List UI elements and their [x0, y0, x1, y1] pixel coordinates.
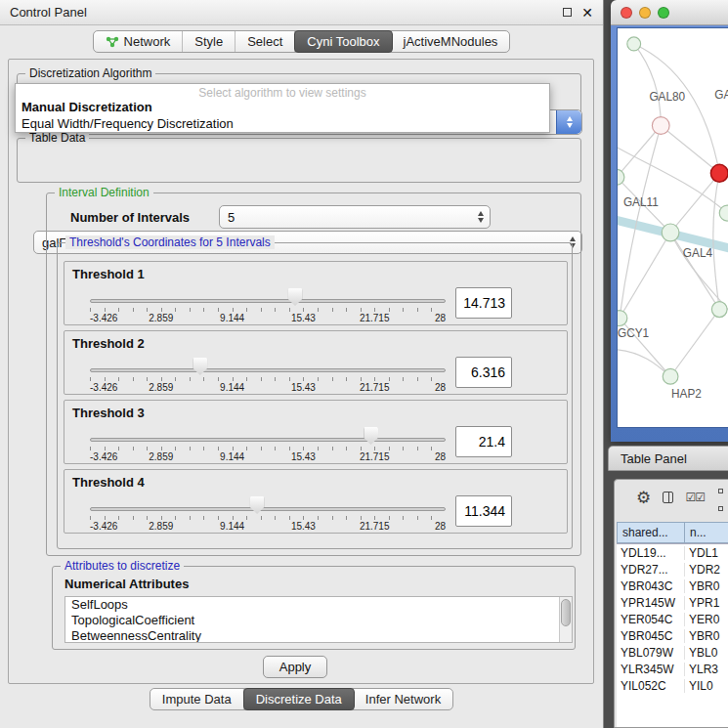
threshold-2-value-input[interactable] [455, 357, 512, 388]
unselect-checkbox-icon[interactable] [718, 489, 723, 493]
tab-style[interactable]: Style [183, 31, 236, 52]
list-item-topologicalcoefficient[interactable]: TopologicalCoefficient [65, 613, 572, 628]
combobox-stepper-icon[interactable] [556, 110, 581, 134]
gear-icon[interactable]: ⚙ [636, 490, 651, 506]
number-of-intervals-combobox[interactable]: 5 [219, 205, 491, 229]
threshold-2-slider[interactable]: -3.426 2.859 9.144 15.43 21.715 28 [90, 353, 446, 394]
table-panel-window: ⚙ ☑☑ shared... n... YDL19...YDL1 YDR27..… [614, 479, 728, 728]
combobox-stepper-icon[interactable] [472, 206, 490, 228]
table-cell: YDL19... [617, 546, 685, 560]
tick-label: 15.43 [291, 313, 316, 323]
tick-label: 9.144 [220, 313, 244, 323]
list-item-selfloops[interactable]: SelfLoops [65, 597, 572, 613]
dropdown-option-equal-width-frequency[interactable]: Equal Width/Frequency Discretization [16, 115, 549, 132]
table-cell: YBR043C [617, 579, 685, 593]
columns-icon[interactable] [663, 492, 673, 503]
network-node-label: GCY1 [618, 326, 650, 340]
tick-label: 9.144 [220, 521, 244, 532]
unselect-checkbox-icon[interactable] [718, 506, 723, 511]
table-toolbar: ⚙ ☑☑ [615, 480, 728, 515]
tab-jactivemnodules[interactable]: jActiveMNodules [392, 31, 510, 52]
slider-tick-labels: -3.426 2.859 9.144 15.43 21.715 28 [90, 521, 446, 533]
tick-label: 15.43 [291, 521, 316, 532]
table-panel-header: Table Panel [608, 446, 728, 471]
algorithm-dropdown-popup: Select algorithm to view settings Manual… [15, 83, 550, 133]
table-row[interactable]: YBL079WYBL0 [617, 644, 728, 661]
table-row[interactable]: YLR345WYLR3 [617, 661, 728, 677]
slider-tick-labels: -3.426 2.859 9.144 15.43 21.715 28 [90, 313, 446, 324]
table-row[interactable]: YBR045CYBR0 [617, 627, 728, 644]
tick-label: 2.859 [149, 451, 173, 462]
tick-label: 9.144 [220, 451, 244, 462]
slider-thumb-icon[interactable] [288, 288, 303, 306]
close-window-icon[interactable]: ✕ [581, 6, 593, 20]
threshold-4-slider[interactable]: -3.426 2.859 9.144 15.43 21.715 28 [90, 492, 446, 533]
list-scrollbar[interactable] [559, 597, 572, 642]
network-node[interactable] [711, 302, 727, 318]
select-all-checkbox-icon[interactable]: ☑☑ [685, 491, 705, 504]
table-cell: YBR0 [685, 629, 728, 643]
attributes-to-discretize-group: Attributes to discretize Numerical Attri… [52, 566, 576, 650]
tab-infer-network[interactable]: Infer Network [354, 689, 452, 709]
column-header-name[interactable]: n... [685, 522, 728, 543]
minimize-traffic-light[interactable] [639, 7, 651, 19]
scrollbar-thumb[interactable] [561, 599, 571, 626]
slider-thumb-icon[interactable] [250, 496, 265, 514]
slider-track[interactable] [90, 299, 446, 303]
network-canvas[interactable]: GAL80GAGAL11GAL4GCY1HAP2 [617, 27, 728, 428]
network-node[interactable] [710, 164, 728, 182]
threshold-1-value-input[interactable] [455, 287, 512, 319]
network-node[interactable] [662, 224, 679, 241]
numerical-attributes-label: Numerical Attributes [64, 577, 189, 591]
network-node[interactable] [627, 37, 641, 51]
network-node[interactable] [618, 169, 624, 185]
arrow-down-icon [567, 123, 573, 128]
table-cell: YPR145W [617, 596, 685, 610]
threshold-3-slider[interactable]: -3.426 2.859 9.144 15.43 21.715 28 [90, 422, 446, 463]
slider-thumb-icon[interactable] [193, 358, 207, 375]
cyni-toolbox-panel: Discretization Algorithm Select algorith… [8, 59, 594, 684]
float-window-icon[interactable] [563, 8, 572, 17]
network-node[interactable] [663, 368, 678, 384]
table-row[interactable]: YPR145WYPR1 [617, 594, 728, 611]
slider-thumb-icon[interactable] [364, 427, 378, 445]
slider-track[interactable] [90, 438, 446, 442]
close-traffic-light[interactable] [621, 7, 632, 19]
group-title: Discretization Algorithm [25, 66, 155, 80]
tick-label: 28 [435, 521, 446, 532]
network-node[interactable] [652, 117, 669, 135]
slider-ticks [90, 377, 446, 381]
slider-ticks [90, 447, 446, 450]
table-row[interactable]: YER054CYER0 [617, 611, 728, 627]
tab-network[interactable]: Network [94, 31, 184, 52]
threshold-1-slider[interactable]: -3.426 2.859 9.144 15.43 21.715 28 [90, 283, 446, 324]
table-row[interactable]: YDR27...YDR2 [617, 561, 728, 578]
table-row[interactable]: YIL052CYIL0 [617, 677, 728, 694]
zoom-traffic-light[interactable] [658, 7, 669, 19]
threshold-label: Threshold 3 [72, 406, 145, 420]
apply-button[interactable]: Apply [263, 656, 327, 678]
column-header-shared[interactable]: shared... [617, 522, 685, 543]
tab-impute-data[interactable]: Impute Data [150, 689, 244, 709]
tick-label: 2.859 [149, 521, 173, 532]
network-node[interactable] [618, 311, 627, 326]
tick-label: 28 [435, 451, 446, 462]
slider-track[interactable] [90, 507, 446, 511]
dropdown-option-manual-discretization[interactable]: Manual Discretization [16, 99, 549, 115]
slider-track[interactable] [90, 368, 446, 372]
tab-cyni-toolbox[interactable]: Cyni Toolbox [294, 30, 392, 53]
table-cell: YIL052C [617, 679, 685, 693]
tab-label: Infer Network [365, 692, 441, 707]
table-header-row: shared... n... [617, 522, 728, 543]
tab-select[interactable]: Select [236, 31, 295, 52]
threshold-3-value-input[interactable] [455, 426, 512, 457]
threshold-4-value-input[interactable] [455, 495, 512, 527]
table-row[interactable]: YDL19...YDL1 [617, 544, 728, 561]
tick-label: 28 [435, 313, 446, 323]
list-item-betweennesscentrality[interactable]: BetweennessCentrality [65, 628, 572, 643]
table-cell: YER0 [685, 613, 728, 626]
number-of-intervals-label: Number of Intervals [70, 210, 190, 225]
tab-discretize-data[interactable]: Discretize Data [243, 688, 355, 710]
arrow-up-icon [567, 116, 573, 121]
table-row[interactable]: YBR043CYBR0 [617, 578, 728, 594]
